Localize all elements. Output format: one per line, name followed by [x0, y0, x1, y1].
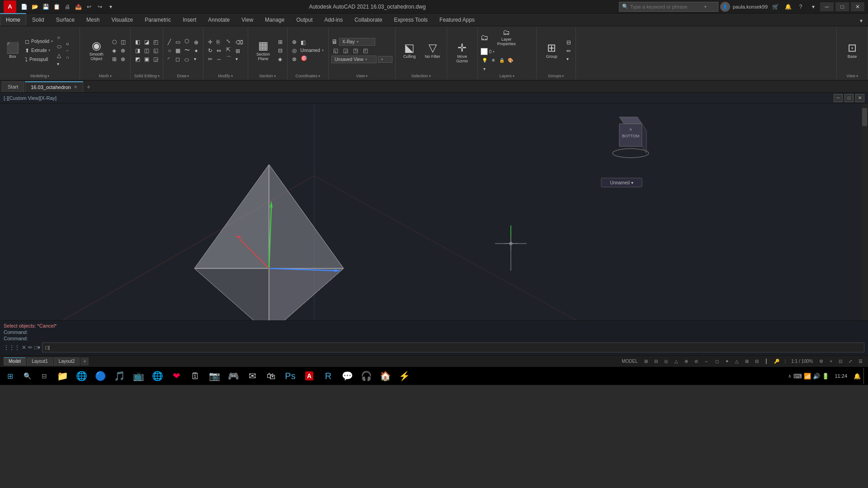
- taskbar-game[interactable]: 🎮: [224, 368, 242, 384]
- taskbar-keyboard[interactable]: ⌨: [793, 373, 802, 380]
- fit-icon[interactable]: ⊡: [837, 358, 844, 364]
- layer-more[interactable]: ▾: [481, 65, 489, 73]
- unnamed-dropdown[interactable]: Unnamed ▾: [299, 47, 326, 54]
- taskbar-ps[interactable]: Ps: [281, 368, 299, 384]
- autodesk-account[interactable]: 🔔: [783, 2, 793, 12]
- tab-parametric[interactable]: Parametric: [139, 13, 177, 26]
- taskbar-camera[interactable]: 📷: [205, 368, 223, 384]
- mesh-edit1[interactable]: ◫: [119, 38, 127, 46]
- taskbar-spotify[interactable]: 🎵: [110, 368, 128, 384]
- taskbar-sound[interactable]: 🔊: [813, 373, 820, 380]
- tab-solid[interactable]: Solid: [26, 13, 50, 26]
- grid-toggle[interactable]: ⊞: [642, 358, 650, 364]
- polar-toggle[interactable]: △: [673, 358, 680, 364]
- ribbon-collapse[interactable]: ▾: [856, 16, 866, 26]
- maximize-button[interactable]: □: [835, 2, 849, 11]
- base-button[interactable]: ⊡ Base: [842, 38, 863, 63]
- transparency-toggle[interactable]: ◻: [713, 358, 721, 364]
- more-shapes-btn[interactable]: ▾: [55, 61, 64, 67]
- layer-on-icon[interactable]: 💡: [481, 56, 489, 64]
- solid-edit7[interactable]: ◰: [151, 38, 160, 46]
- taskbar-files[interactable]: 📁: [53, 368, 71, 384]
- tab-collaborate[interactable]: Collaborate: [349, 13, 388, 26]
- model-tab[interactable]: Model: [4, 357, 26, 366]
- spline-btn[interactable]: 〜: [183, 46, 192, 55]
- section-btn3[interactable]: ◈: [276, 55, 284, 63]
- sphere-btn[interactable]: ○: [55, 33, 64, 42]
- intersect-btn[interactable]: ∩: [64, 54, 77, 61]
- coord3[interactable]: ⊗: [290, 55, 298, 63]
- tab-output[interactable]: Output: [290, 13, 318, 26]
- group-edit-btn[interactable]: ✏: [565, 47, 573, 55]
- view-icon3[interactable]: ◳: [351, 47, 360, 55]
- start-button[interactable]: ⊞: [2, 368, 18, 384]
- coord2[interactable]: ◎: [290, 47, 298, 55]
- layout2-tab[interactable]: Layout2: [54, 357, 80, 366]
- tab-view[interactable]: View: [236, 13, 259, 26]
- mesh-edit2[interactable]: ⊕: [119, 47, 127, 55]
- help-button[interactable]: ?: [796, 2, 806, 12]
- arc-btn[interactable]: ◜: [166, 55, 173, 63]
- cmd-icon-close[interactable]: ✕: [22, 344, 26, 351]
- tab-surface[interactable]: Surface: [50, 13, 80, 26]
- dyn-toggle[interactable]: ⊟: [753, 358, 760, 364]
- ortho-toggle[interactable]: ◎: [662, 358, 670, 364]
- view-icon4[interactable]: ◰: [361, 47, 370, 55]
- tab-home[interactable]: Home: [0, 13, 26, 26]
- line-btn[interactable]: ╱: [166, 38, 173, 46]
- tab-manage[interactable]: Manage: [259, 13, 290, 26]
- layout1-tab[interactable]: Layout1: [27, 357, 53, 366]
- cylinder-btn[interactable]: ⬭: [55, 42, 64, 51]
- 3dosnap-toggle[interactable]: △: [733, 358, 741, 364]
- copy-btn[interactable]: ⎘: [215, 38, 224, 46]
- tab-mesh[interactable]: Mesh: [80, 13, 105, 26]
- draw5[interactable]: ✦: [192, 47, 200, 55]
- search-box[interactable]: 🔍 ▾: [619, 2, 718, 12]
- box-button[interactable]: ⬛ Box: [3, 38, 23, 63]
- taskbar-show-desktop[interactable]: [863, 368, 866, 384]
- group-button[interactable]: ⊞ Group: [539, 38, 564, 63]
- tab-featured[interactable]: Featured Apps: [434, 13, 481, 26]
- settings-icon[interactable]: ⚙: [817, 358, 825, 364]
- view-extra-dropdown[interactable]: ▾: [378, 56, 392, 63]
- tab-express[interactable]: Express Tools: [388, 13, 434, 26]
- mirror-btn[interactable]: ⇔: [215, 47, 224, 55]
- taskbar-chrome2[interactable]: 🌐: [148, 368, 166, 384]
- fullscreen-icon[interactable]: ⤢: [847, 358, 854, 364]
- smooth-object-button[interactable]: ◉ SmoothObject: [83, 38, 110, 63]
- scale-btn[interactable]: ⤡: [224, 37, 233, 45]
- qat-new[interactable]: 📄: [19, 2, 29, 12]
- presspull-button[interactable]: ⤵ Presspull: [23, 56, 55, 64]
- array-btn[interactable]: ⊞: [234, 47, 245, 55]
- taskbar-network[interactable]: 📶: [804, 373, 811, 380]
- coord1[interactable]: ⊕: [290, 38, 298, 46]
- cmd-icon-grid[interactable]: ⋮⋮⋮: [4, 344, 20, 351]
- draw-more[interactable]: ▾: [192, 56, 200, 62]
- ellipse-btn[interactable]: ⬭: [183, 56, 192, 64]
- taskbar-clock[interactable]: 11:24: [831, 373, 851, 379]
- hatch-btn[interactable]: ▦: [174, 47, 182, 55]
- taskbar-netflix[interactable]: 📺: [129, 368, 147, 384]
- group-more[interactable]: ▾: [565, 56, 573, 62]
- viewport-close[interactable]: ✕: [855, 94, 864, 102]
- no-filter-button[interactable]: ▽ No Filter: [421, 38, 444, 63]
- mesh-edit3[interactable]: ⊗: [119, 55, 127, 63]
- polysolid-button[interactable]: ◻ Polysolid ▾: [23, 38, 55, 46]
- search-taskbar-button[interactable]: 🔍: [19, 368, 35, 384]
- view-name-dropdown[interactable]: Unsaved View ▾: [331, 56, 377, 63]
- taskbar-autocad[interactable]: A: [300, 368, 318, 384]
- coord-icon[interactable]: 🎯: [299, 54, 326, 62]
- tab-annotate[interactable]: Annotate: [202, 13, 236, 26]
- taskbar-discord[interactable]: 🎧: [357, 368, 375, 384]
- solid-edit8[interactable]: ◱: [151, 47, 160, 55]
- otrack-toggle[interactable]: ⊘: [693, 358, 700, 364]
- stretch-btn[interactable]: ⇱: [224, 46, 233, 54]
- section-plane-button[interactable]: ▦ SectionPlane: [251, 38, 276, 63]
- taskbar-mail[interactable]: ✉: [243, 368, 261, 384]
- taskbar-app2[interactable]: ⚡: [395, 368, 413, 384]
- taskbar-edge[interactable]: 🌐: [72, 368, 90, 384]
- mesh-btn3[interactable]: ⊞: [110, 55, 118, 63]
- taskbar-heart[interactable]: ❤: [167, 368, 185, 384]
- doctab-drawing-close[interactable]: ✕: [74, 84, 77, 89]
- command-input[interactable]: [42, 343, 864, 352]
